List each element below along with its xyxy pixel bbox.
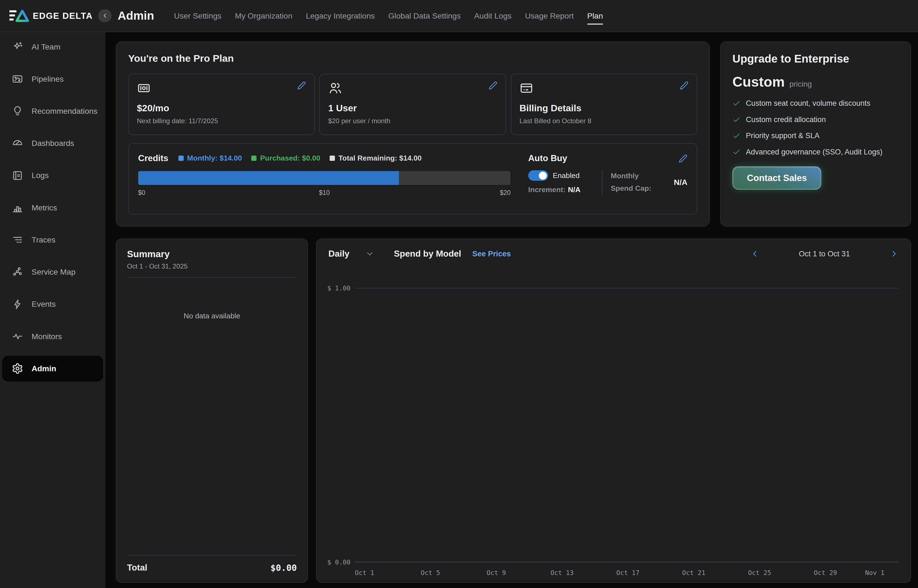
spend-cap-value: N/A bbox=[674, 178, 687, 187]
range-next-button[interactable] bbox=[889, 249, 899, 258]
pencil-icon bbox=[297, 81, 306, 90]
users-card-edit-button[interactable] bbox=[489, 81, 497, 90]
page-title: Admin bbox=[118, 9, 154, 23]
tab-plan[interactable]: Plan bbox=[587, 0, 603, 32]
events-icon bbox=[11, 299, 23, 310]
sidebar-item-recommendations[interactable]: Recommendations bbox=[2, 98, 103, 124]
credits-scale-mid: $10 bbox=[319, 189, 330, 197]
chart-xtick-oct-13: Oct 13 bbox=[550, 569, 574, 577]
credits-scale-min: $0 bbox=[138, 189, 146, 197]
app-root: EDGE DELTA Admin User SettingsMy Organiz… bbox=[0, 0, 918, 588]
sidebar-item-label: Events bbox=[32, 300, 56, 309]
price-card: $20/moNext billing date: 11/7/2025 bbox=[128, 74, 315, 135]
sidebar-item-label: Admin bbox=[32, 364, 56, 373]
metrics-icon bbox=[11, 202, 23, 213]
traces-icon bbox=[11, 234, 23, 246]
sidebar-item-logs[interactable]: Logs bbox=[2, 163, 103, 188]
tab-user-settings[interactable]: User Settings bbox=[174, 0, 221, 32]
legend-label: Total Remaining: $14.00 bbox=[338, 154, 422, 163]
summary-total-row: Total $0.00 bbox=[127, 562, 297, 573]
chart-xtick-oct-29: Oct 29 bbox=[814, 569, 837, 577]
check-icon bbox=[732, 99, 741, 108]
spend-chart: $ 1.00 $ 0.00 Oct 1Oct 5Oct 9Oct 13Oct 1… bbox=[355, 288, 899, 562]
sidebar-item-label: Dashboards bbox=[32, 139, 74, 148]
tab-global-data-settings[interactable]: Global Data Settings bbox=[389, 0, 461, 32]
check-icon bbox=[732, 116, 741, 124]
increment-label: Increment: bbox=[528, 186, 566, 194]
tab-my-organization[interactable]: My Organization bbox=[235, 0, 293, 32]
sidebar-item-metrics[interactable]: Metrics bbox=[2, 195, 103, 221]
sidebar-item-events[interactable]: Events bbox=[2, 291, 103, 317]
auto-buy-edit-button[interactable] bbox=[679, 154, 688, 163]
auto-buy-body: Enabled Increment:N/A Monthly Spend Cap:… bbox=[528, 170, 688, 195]
legend-swatch bbox=[251, 155, 256, 161]
credits-legend: Monthly: $14.00Purchased: $0.00Total Rem… bbox=[178, 154, 422, 163]
legend-label: Purchased: $0.00 bbox=[260, 154, 320, 163]
sidebar-item-label: Metrics bbox=[32, 203, 57, 212]
summary-divider-bottom bbox=[127, 555, 297, 556]
sidebar-item-traces[interactable]: Traces bbox=[2, 227, 103, 253]
feature-custom-seat-count-volume-disco: Custom seat count, volume discounts bbox=[732, 99, 899, 108]
check-icon bbox=[732, 148, 741, 157]
banknote-icon bbox=[137, 81, 151, 95]
sidebar-item-label: Recommendations bbox=[32, 107, 97, 116]
back-button[interactable] bbox=[98, 10, 111, 22]
gauge-icon bbox=[11, 137, 23, 149]
card-subtitle: Next billing date: 11/7/2025 bbox=[137, 117, 306, 125]
users-icon bbox=[328, 81, 342, 95]
legend-swatch bbox=[330, 155, 335, 161]
check-icon bbox=[732, 116, 741, 124]
upgrade-price-suffix: pricing bbox=[790, 80, 812, 89]
brand-name: EDGE DELTA bbox=[33, 11, 92, 21]
chevron-right-icon bbox=[889, 249, 899, 258]
sidebar-item-monitors[interactable]: Monitors bbox=[2, 324, 103, 349]
legend-total-remaining: Total Remaining: $14.00 bbox=[330, 154, 422, 163]
chart-xtick-oct-5: Oct 5 bbox=[421, 569, 440, 577]
billing-card-edit-button[interactable] bbox=[680, 81, 689, 90]
sidebar-item-ai-team[interactable]: AI Team bbox=[2, 34, 103, 60]
contact-sales-button[interactable]: Contact Sales bbox=[732, 166, 821, 190]
upgrade-price-row: Custom pricing bbox=[732, 74, 899, 90]
chart-xtick-oct-17: Oct 17 bbox=[616, 569, 640, 577]
credits-bar-scale: $0 $10 $20 bbox=[138, 189, 511, 197]
legend-swatch bbox=[178, 155, 184, 161]
chart-xtick-oct-9: Oct 9 bbox=[486, 569, 506, 577]
topbar: EDGE DELTA Admin User SettingsMy Organiz… bbox=[0, 0, 918, 32]
range-prev-button[interactable] bbox=[750, 249, 759, 258]
gear-icon bbox=[11, 363, 23, 374]
auto-buy-toggle[interactable] bbox=[528, 170, 548, 181]
summary-title: Summary bbox=[127, 249, 297, 259]
check-icon bbox=[732, 99, 741, 108]
sidebar-item-pipelines[interactable]: Pipelines bbox=[2, 66, 103, 92]
pencil-icon bbox=[679, 154, 688, 163]
chart-xtick-oct-1: Oct 1 bbox=[355, 569, 374, 577]
sidebar-item-label: Service Map bbox=[32, 267, 75, 276]
pipelines-icon bbox=[11, 73, 23, 85]
price-card-edit-button[interactable] bbox=[297, 81, 306, 90]
legend-monthly: Monthly: $14.00 bbox=[178, 154, 242, 163]
tab-audit-logs[interactable]: Audit Logs bbox=[474, 0, 512, 32]
sidebar-item-dashboards[interactable]: Dashboards bbox=[2, 130, 103, 156]
pro-plan-panel: You're on the Pro Plan $20/moNext billin… bbox=[116, 42, 709, 226]
sidebar-item-label: Monitors bbox=[32, 332, 62, 341]
see-prices-link[interactable]: See Prices bbox=[472, 249, 511, 258]
check-icon bbox=[732, 132, 741, 140]
tab-usage-report[interactable]: Usage Report bbox=[525, 0, 574, 32]
chevron-left-icon bbox=[101, 12, 108, 19]
sidebar-item-admin[interactable]: Admin bbox=[2, 356, 103, 381]
sidebar-item-service-map[interactable]: Service Map bbox=[2, 259, 103, 285]
legend-label: Monthly: $14.00 bbox=[187, 154, 242, 163]
granularity-value: Daily bbox=[329, 249, 350, 259]
tab-legacy-integrations[interactable]: Legacy Integrations bbox=[306, 0, 375, 32]
topbar-tabs: User SettingsMy OrganizationLegacy Integ… bbox=[174, 0, 603, 32]
card-value: 1 User bbox=[328, 103, 497, 113]
monitors-icon bbox=[11, 331, 23, 342]
granularity-dropdown[interactable]: Daily bbox=[329, 249, 375, 259]
gear-icon bbox=[11, 363, 23, 374]
spend-panel: Daily Spend by Model See Prices Oct 1 to… bbox=[316, 239, 911, 583]
auto-buy-title: Auto Buy bbox=[528, 153, 688, 163]
auto-buy-increment: Increment:N/A bbox=[528, 186, 594, 194]
plan-cards: $20/moNext billing date: 11/7/20251 User… bbox=[128, 74, 698, 135]
brand-logo: EDGE DELTA bbox=[0, 9, 98, 23]
sidebar: AI TeamPipelinesRecommendationsDashboard… bbox=[0, 32, 105, 588]
